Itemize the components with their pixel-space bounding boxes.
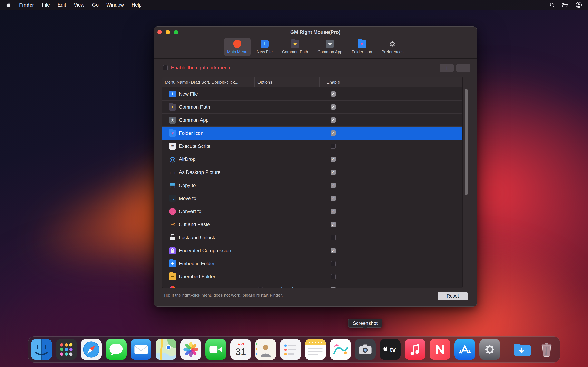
- column-options[interactable]: Options: [255, 77, 320, 87]
- remove-menu-button[interactable]: −: [456, 64, 470, 72]
- enable-checkbox[interactable]: ✓: [330, 287, 336, 288]
- table-row-encrypted-compression[interactable]: Encrypted Compression✓: [162, 244, 462, 257]
- tab-label: Common App: [318, 50, 342, 54]
- dock-freeform[interactable]: [330, 339, 351, 360]
- menu-table: Menu Name (Drag Sort, Double-click... Op…: [162, 77, 463, 288]
- row-name: As Desktop Picture: [179, 169, 221, 175]
- row-name: Cut and Paste: [179, 222, 210, 227]
- tab-main-menu[interactable]: ≡Main Menu: [224, 38, 251, 56]
- control-center-icon[interactable]: [562, 2, 568, 8]
- row-name: Embed in Folder: [179, 261, 215, 267]
- table-row-folder-icon[interactable]: ♥Folder Icon✓: [162, 127, 462, 140]
- enable-checkbox[interactable]: ✓: [330, 196, 336, 201]
- apple-menu-icon[interactable]: [6, 2, 11, 8]
- dock-settings[interactable]: [479, 339, 500, 360]
- menu-item-help[interactable]: Help: [131, 2, 141, 8]
- enable-checkbox[interactable]: ✓: [330, 209, 336, 214]
- preferences-gear-icon: [388, 40, 397, 48]
- tab-common-app[interactable]: ★Common App: [314, 38, 346, 56]
- row-name: Lock and Unlock: [179, 235, 215, 240]
- enable-checkbox[interactable]: ✓: [330, 157, 336, 162]
- dock-screenshot[interactable]: [355, 339, 376, 360]
- enable-checkbox[interactable]: ✓: [330, 131, 336, 136]
- table-row-move-to[interactable]: →Move to✓: [162, 192, 462, 205]
- user-icon[interactable]: [576, 2, 582, 8]
- dock-photos[interactable]: [181, 339, 201, 360]
- new-file-icon: +: [261, 40, 269, 48]
- enable-checkbox[interactable]: ✓: [330, 170, 336, 175]
- dock-reminders[interactable]: [280, 339, 301, 360]
- enable-right-click-checkbox[interactable]: [163, 65, 168, 70]
- enable-checkbox[interactable]: ✓: [330, 183, 336, 188]
- table-row-embed-in-folder[interactable]: +Embed in Folder: [162, 257, 462, 270]
- column-enable[interactable]: Enable: [320, 77, 347, 87]
- enable-checkbox[interactable]: ✓: [330, 248, 336, 253]
- table-row-cut-and-paste[interactable]: ✂Cut and Paste✓: [162, 218, 462, 231]
- menu-item-edit[interactable]: Edit: [58, 2, 66, 8]
- dock-launchpad[interactable]: [56, 339, 77, 360]
- enable-checkbox[interactable]: ✓: [330, 222, 336, 227]
- add-menu-button[interactable]: +: [440, 64, 454, 72]
- table-row-unembed-folder[interactable]: −Unembed Folder: [162, 270, 462, 283]
- table-row-as-desktop-picture[interactable]: ▭As Desktop Picture✓: [162, 166, 462, 179]
- dock-finder[interactable]: [31, 339, 52, 360]
- lock-icon: [169, 234, 176, 241]
- enable-checkbox[interactable]: ✓: [330, 117, 336, 123]
- dock-facetime[interactable]: [205, 339, 226, 360]
- enable-checkbox[interactable]: [330, 143, 336, 149]
- table-row-common-app[interactable]: ★Common App✓: [162, 114, 462, 127]
- table-row-color-picker[interactable]: Color PickerHEX value with "#"✓: [162, 283, 462, 288]
- table-row-airdrop[interactable]: ◎AirDrop✓: [162, 153, 462, 166]
- dock-contacts[interactable]: [255, 339, 276, 360]
- main-menu-icon: ≡: [233, 40, 241, 48]
- dock-calendar[interactable]: JAN31: [230, 339, 251, 360]
- table-scrollbar[interactable]: [465, 87, 468, 287]
- embed-folder-icon: +: [169, 260, 176, 267]
- enable-checkbox[interactable]: ✓: [330, 91, 336, 97]
- dock-music[interactable]: [405, 339, 425, 360]
- dock-appletv[interactable]: tv: [380, 339, 401, 360]
- dock-trash[interactable]: [536, 339, 557, 360]
- enable-checkbox[interactable]: [330, 274, 336, 279]
- table-row-convert-to[interactable]: →Convert to✓: [162, 205, 462, 218]
- dock-mail[interactable]: [131, 339, 151, 360]
- cut-paste-icon: ✂: [169, 221, 176, 228]
- window-title: GM Right Mouse(Pro): [154, 29, 477, 35]
- enable-checkbox[interactable]: [330, 261, 336, 266]
- dock-downloads[interactable]: [511, 339, 532, 360]
- convert-to-icon: →: [169, 208, 176, 215]
- dock-news[interactable]: [430, 339, 450, 360]
- dock-safari[interactable]: [81, 339, 102, 360]
- dock-appstore[interactable]: [454, 339, 475, 360]
- copy-to-icon: ▤: [169, 182, 176, 189]
- row-name: Common App: [179, 117, 208, 123]
- option-checkbox[interactable]: [258, 287, 263, 288]
- row-name: Convert to: [179, 209, 201, 214]
- search-icon[interactable]: [549, 2, 555, 8]
- menu-item-window[interactable]: Window: [106, 2, 124, 8]
- execute-script-icon: ≡: [169, 143, 176, 150]
- menu-item-file[interactable]: File: [42, 2, 50, 8]
- dock-messages[interactable]: [106, 339, 127, 360]
- dock-maps[interactable]: [156, 339, 176, 360]
- enable-checkbox[interactable]: [330, 235, 336, 240]
- table-row-copy-to[interactable]: ▤Copy to✓: [162, 179, 462, 192]
- table-row-lock-and-unlock[interactable]: Lock and Unlock: [162, 231, 462, 244]
- scrollbar-thumb[interactable]: [465, 89, 468, 195]
- reset-button[interactable]: Reset: [438, 292, 468, 300]
- table-row-new-file[interactable]: +New File✓: [162, 87, 462, 100]
- column-menu-name[interactable]: Menu Name (Drag Sort, Double-click...: [162, 77, 255, 87]
- airdrop-icon: ◎: [169, 156, 176, 163]
- table-row-execute-script[interactable]: ≡Execute Script: [162, 140, 462, 153]
- tab-preferences[interactable]: Preferences: [378, 38, 407, 56]
- row-name: Color Picker: [179, 287, 206, 288]
- tab-common-path[interactable]: ★Common Path: [279, 38, 311, 56]
- dock-notes[interactable]: [305, 339, 326, 360]
- enable-checkbox[interactable]: ✓: [330, 104, 336, 110]
- tab-new-file[interactable]: +New File: [254, 38, 276, 56]
- table-row-common-path[interactable]: ★Common Path✓: [162, 100, 462, 114]
- menu-item-view[interactable]: View: [74, 2, 84, 8]
- menu-item-go[interactable]: Go: [92, 2, 99, 8]
- tab-folder-icon[interactable]: ♥Folder Icon: [348, 38, 375, 56]
- menu-bar-app-name[interactable]: Finder: [19, 2, 34, 8]
